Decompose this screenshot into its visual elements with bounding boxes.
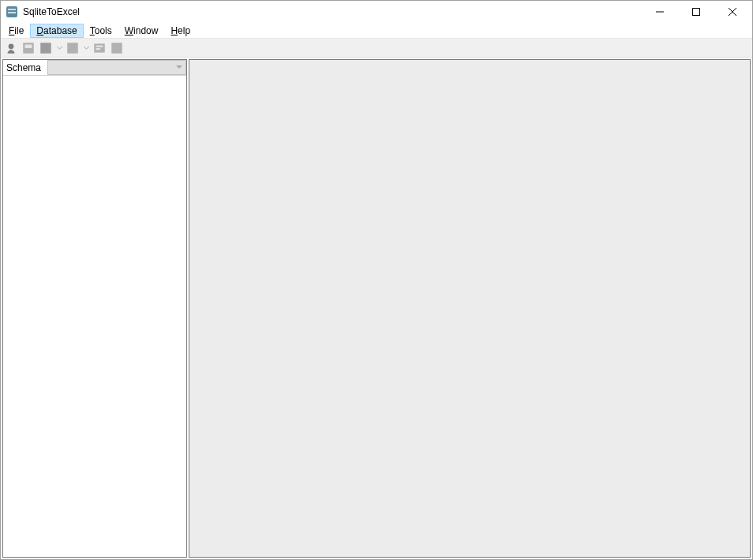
titlebar: SqliteToExcel xyxy=(1,1,752,23)
side-panel: Schema xyxy=(2,59,187,558)
square-icon[interactable] xyxy=(66,41,80,55)
chevron-down-icon xyxy=(176,65,182,69)
svg-rect-4 xyxy=(693,9,700,16)
svg-point-7 xyxy=(9,43,14,49)
stop-icon[interactable] xyxy=(110,41,124,55)
chevron-down-icon[interactable] xyxy=(83,41,89,55)
connect-icon[interactable] xyxy=(4,41,18,55)
window-controls xyxy=(642,1,751,23)
menubar: FileDatabaseToolsWindowHelp xyxy=(1,23,752,39)
menu-database[interactable]: Database xyxy=(30,24,83,38)
svg-rect-2 xyxy=(8,12,16,13)
schema-combobox[interactable] xyxy=(47,60,186,75)
menu-window[interactable]: Window xyxy=(118,24,165,38)
svg-rect-14 xyxy=(96,48,101,50)
close-button[interactable] xyxy=(714,1,751,23)
export-icon[interactable] xyxy=(39,41,53,55)
window-title: SqliteToExcel xyxy=(23,6,80,17)
maximize-button[interactable] xyxy=(678,1,714,23)
menu-tools[interactable]: Tools xyxy=(84,24,118,38)
schema-row: Schema xyxy=(3,60,186,76)
schema-label: Schema xyxy=(3,60,47,75)
open-icon[interactable] xyxy=(21,41,36,55)
svg-rect-1 xyxy=(8,9,16,10)
schema-tree[interactable] xyxy=(3,76,186,557)
chevron-down-icon[interactable] xyxy=(56,41,62,55)
main-panel xyxy=(189,59,751,558)
app-icon xyxy=(6,6,18,18)
svg-rect-11 xyxy=(67,43,78,54)
menu-help[interactable]: Help xyxy=(164,24,197,38)
toolbar xyxy=(1,39,752,58)
svg-rect-13 xyxy=(96,45,103,47)
svg-rect-10 xyxy=(40,43,51,54)
svg-rect-9 xyxy=(25,44,32,48)
menu-file[interactable]: File xyxy=(2,24,30,38)
minimize-button[interactable] xyxy=(642,1,678,23)
query-icon[interactable] xyxy=(92,41,107,55)
svg-rect-15 xyxy=(111,43,122,54)
content-area: Schema xyxy=(1,58,752,559)
